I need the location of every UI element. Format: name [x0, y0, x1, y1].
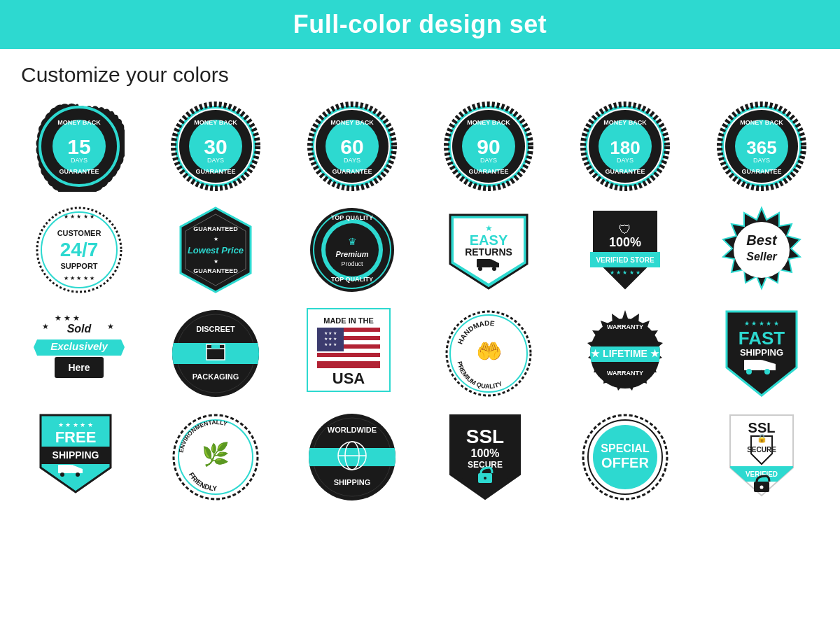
svg-text:60: 60	[340, 135, 363, 158]
svg-text:DAYS: DAYS	[207, 157, 224, 164]
svg-point-179	[760, 486, 763, 489]
svg-text:TOP QUALITY: TOP QUALITY	[330, 214, 372, 221]
svg-text:Premium: Premium	[335, 250, 368, 258]
svg-text:180: 180	[610, 137, 640, 158]
svg-text:GUARANTEED: GUARANTEED	[193, 267, 238, 274]
svg-text:MONEY BACK: MONEY BACK	[57, 119, 101, 126]
badge-60-days: MONEY BACK 60 DAYS GUARANTEE	[307, 101, 398, 192]
svg-text:365: 365	[746, 137, 776, 158]
svg-text:★ ★ ★ ★ ★: ★ ★ ★ ★ ★	[64, 275, 94, 281]
svg-text:DAYS: DAYS	[480, 157, 497, 164]
header: Full-color design set	[0, 0, 840, 49]
svg-text:🛡: 🛡	[619, 223, 631, 237]
svg-rect-101	[211, 344, 220, 349]
svg-text:CUSTOMER: CUSTOMER	[57, 229, 101, 237]
svg-rect-114	[317, 357, 380, 361]
svg-point-139	[746, 369, 752, 374]
badge-made-in-usa: MADE IN THE ★ ★ ★ ★ ★ ★ ★ ★ ★ USA	[307, 308, 398, 399]
svg-text:TOP QUALITY: TOP QUALITY	[330, 276, 372, 283]
svg-rect-137	[744, 360, 762, 370]
svg-text:GUARANTEE: GUARANTEE	[195, 168, 235, 175]
svg-text:★ ★ ★ ★ ★: ★ ★ ★ ★ ★	[64, 214, 94, 220]
badge-90-days: MONEY BACK 90 DAYS GUARANTEE	[443, 101, 534, 192]
svg-rect-156	[309, 448, 396, 466]
svg-text:DAYS: DAYS	[753, 157, 770, 164]
badge-free-shipping: ★ ★ ★ ★ ★ FREE SHIPPING	[34, 412, 125, 503]
svg-text:Sold: Sold	[66, 323, 92, 335]
badge-15-days: MONEY BACK 15 DAYS GUARANTEE	[34, 101, 125, 192]
badge-worldwide-shipping: WORLDWIDE SHIPPING	[307, 412, 398, 503]
svg-text:15: 15	[67, 135, 90, 158]
svg-text:♛: ♛	[347, 236, 356, 247]
badge-verified-store: 🛡 100% VERIFIED STORE ★ ★ ★ ★ ★	[580, 204, 671, 295]
svg-text:★: ★	[484, 223, 492, 233]
svg-text:Product: Product	[341, 260, 363, 267]
svg-text:WARRANTY: WARRANTY	[607, 370, 643, 377]
svg-text:★: ★	[213, 236, 218, 242]
badge-365-days: MONEY BACK 365 DAYS GUARANTEE	[716, 101, 807, 192]
badge-environmentally-friendly: ENVIRONMENTALLY 🌿 FRIENDLY	[170, 412, 261, 503]
svg-text:FREE: FREE	[55, 428, 96, 446]
svg-text:GUARANTEE: GUARANTEE	[741, 168, 781, 175]
svg-text:30: 30	[204, 135, 227, 158]
svg-text:EASY: EASY	[469, 232, 507, 248]
svg-text:Best: Best	[746, 232, 778, 248]
svg-point-140	[764, 369, 770, 374]
svg-text:MONEY BACK: MONEY BACK	[194, 119, 237, 126]
svg-text:★ ★ ★: ★ ★ ★	[323, 342, 336, 346]
svg-text:★: ★	[42, 322, 49, 330]
svg-text:🤲: 🤲	[475, 339, 502, 364]
svg-text:SHIPPING: SHIPPING	[52, 449, 99, 461]
svg-text:24/7: 24/7	[59, 239, 98, 260]
svg-text:WORLDWIDE: WORLDWIDE	[327, 426, 376, 434]
svg-text:OFFER: OFFER	[601, 455, 649, 470]
badge-lowest-price: GUARANTEED ★ Lowest Price ★ GUARANTEED	[170, 204, 261, 295]
svg-text:MADE IN THE: MADE IN THE	[323, 316, 374, 325]
svg-text:GUARANTEE: GUARANTEE	[332, 168, 372, 175]
badge-ssl-verified: SSL 🔒 SECURE VERIFIED	[716, 412, 807, 503]
svg-text:DAYS: DAYS	[344, 157, 360, 164]
svg-text:SHIPPING: SHIPPING	[739, 347, 783, 358]
svg-text:★ ★ ★ ★ ★: ★ ★ ★ ★ ★	[610, 270, 640, 276]
svg-point-148	[76, 472, 80, 477]
badge-special-offer: SPECIAL OFFER	[580, 412, 671, 503]
svg-text:DAYS: DAYS	[617, 157, 634, 164]
badge-top-quality: TOP QUALITY TOP QUALITY ♛ Premium Produc…	[307, 204, 398, 295]
svg-text:★ LIFETIME ★: ★ LIFETIME ★	[591, 348, 659, 359]
svg-text:🌿: 🌿	[202, 441, 230, 468]
svg-text:SECURE: SECURE	[747, 446, 776, 454]
svg-text:USA: USA	[332, 370, 365, 387]
badge-easy-returns: ★ EASY RETURNS	[443, 204, 534, 295]
badge-30-days: MONEY BACK 30 DAYS GUARANTEE	[170, 101, 261, 192]
svg-text:Exclusively: Exclusively	[50, 340, 108, 352]
svg-text:MONEY BACK: MONEY BACK	[740, 119, 783, 126]
svg-text:FAST: FAST	[738, 328, 785, 349]
svg-text:WARRANTY: WARRANTY	[607, 323, 643, 330]
svg-text:100%: 100%	[608, 235, 640, 249]
svg-text:🔒: 🔒	[756, 433, 766, 443]
svg-text:★: ★	[213, 258, 218, 265]
svg-text:Seller: Seller	[746, 251, 777, 262]
svg-text:★ ★ ★ ★ ★: ★ ★ ★ ★ ★	[743, 320, 778, 327]
svg-text:★ ★ ★ ★ ★: ★ ★ ★ ★ ★	[57, 421, 92, 428]
badge-fast-shipping: ★ ★ ★ ★ ★ FAST SHIPPING	[716, 308, 807, 399]
badge-best-seller: Best Seller	[716, 204, 807, 295]
badge-customer-support: ★ ★ ★ ★ ★ ★ ★ ★ ★ ★ CUSTOMER 24/7 SUPPOR…	[34, 204, 125, 295]
svg-text:RETURNS: RETURNS	[465, 246, 512, 258]
header-title: Full-color design set	[0, 10, 840, 39]
svg-text:MONEY BACK: MONEY BACK	[467, 119, 510, 126]
svg-rect-145	[58, 465, 72, 473]
svg-text:GUARANTEE: GUARANTEE	[605, 168, 645, 175]
svg-text:Lowest Price: Lowest Price	[187, 245, 243, 255]
svg-text:Here: Here	[68, 362, 90, 373]
svg-text:SPECIAL: SPECIAL	[601, 442, 650, 454]
svg-text:VERIFIED STORE: VERIFIED STORE	[596, 256, 654, 264]
svg-text:GUARANTEE: GUARANTEE	[468, 168, 508, 175]
svg-rect-75	[477, 259, 491, 267]
badge-sold-exclusively: ★ ★ ★ ★ ★ Sold Exclusively Here	[34, 308, 125, 399]
svg-text:MONEY BACK: MONEY BACK	[330, 119, 374, 126]
svg-point-78	[492, 267, 496, 271]
svg-point-167	[484, 477, 486, 479]
svg-text:★ ★ ★: ★ ★ ★	[323, 331, 336, 335]
badge-ssl-secure: SSL 100% SECURE	[443, 412, 534, 503]
